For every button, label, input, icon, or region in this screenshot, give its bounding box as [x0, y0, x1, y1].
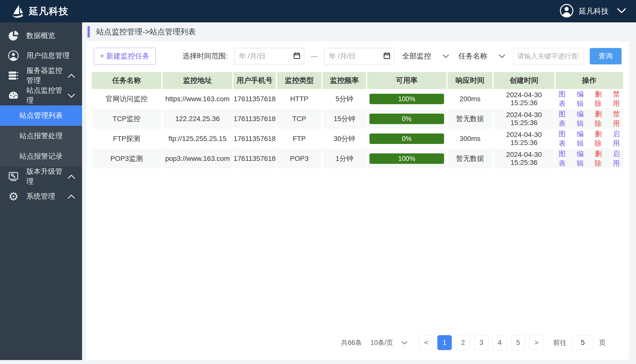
action-disable-link[interactable]: 禁用 [610, 90, 623, 108]
upgrade-icon [7, 170, 20, 182]
total-count: 共66条 [341, 338, 362, 347]
action-delete-link[interactable]: 删除 [592, 149, 605, 168]
column-header: 用户手机号 [234, 72, 276, 89]
column-header: 监控类型 [277, 72, 322, 89]
actions-cell: 图表 编辑 删除 启用 [556, 129, 623, 149]
chevron-down-icon [617, 8, 626, 14]
sidebar-item-user-info[interactable]: 用户信息管理 [0, 46, 82, 66]
created-time-cell: 2024-04-30 15:25:36 [494, 109, 554, 129]
date-range-label: 选择时间范围: [182, 51, 228, 61]
goto-page: 前往 页 [553, 336, 606, 350]
sidebar-item-site-monitor[interactable]: 站点监控管理 [0, 86, 82, 106]
sidebar: 数据概览 用户信息管理 [0, 22, 82, 360]
response-time-cell: 暂无数据 [448, 149, 492, 168]
phone-cell: 17611357618 [234, 89, 276, 109]
actions-cell: 图表 编辑 删除 启用 [556, 149, 623, 168]
action-enable-link[interactable]: 启用 [610, 149, 623, 168]
pagination: 共66条 10条/页 < 1 2 3 4 5 > 前往 页 [86, 335, 629, 360]
new-monitor-task-button[interactable]: + 新建监控任务 [94, 48, 156, 65]
table-row: TCP监控 122.224.25.36 17611357618 TCP 15分钟… [92, 109, 623, 129]
availability-bar: 100% [370, 154, 444, 164]
monitor-type-cell: POP3 [277, 149, 322, 168]
sidebar-item-data-overview[interactable]: 数据概览 [0, 26, 82, 46]
calendar-icon[interactable] [383, 52, 391, 61]
action-chart-link[interactable]: 图表 [556, 149, 569, 168]
sidebar-item-label: 站点监控管理 [26, 86, 66, 106]
availability-cell: 0% [367, 109, 446, 129]
page-size-select[interactable]: 10条/页 [370, 338, 408, 347]
phone-cell: 17611357618 [234, 149, 276, 168]
task-name-cell: 官网访问监控 [92, 89, 161, 109]
gear-icon: ⚙ [7, 190, 20, 202]
action-chart-link[interactable]: 图表 [556, 110, 569, 128]
action-delete-link[interactable]: 删除 [592, 90, 605, 108]
action-delete-link[interactable]: 删除 [592, 110, 605, 128]
submenu-item-site-list[interactable]: 站点管理列表 [0, 106, 82, 126]
action-edit-link[interactable]: 编辑 [573, 129, 587, 148]
action-edit-link[interactable]: 编辑 [573, 90, 587, 108]
action-chart-link[interactable]: 图表 [556, 129, 569, 148]
monitor-address-cell: ftp://125.255.25.15 [162, 129, 232, 149]
response-time-cell: 暂无数据 [448, 109, 492, 129]
action-edit-link[interactable]: 编辑 [573, 110, 587, 128]
task-name-select[interactable]: 任务名称 [457, 51, 507, 61]
availability-cell: 100% [367, 89, 446, 109]
chevron-up-icon [68, 192, 75, 201]
column-header: 可用率 [367, 72, 446, 89]
monitor-table: 任务名称 监控地址 用户手机号 监控类型 监控频率 可用率 响应时间 创建时间 … [92, 72, 623, 168]
actions-cell: 图表 编辑 删除 禁用 [556, 89, 623, 109]
chevron-up-icon [68, 72, 75, 80]
sidebar-item-system-manage[interactable]: ⚙ 系统管理 [0, 186, 82, 206]
goto-page-input[interactable] [572, 336, 594, 350]
action-chart-link[interactable]: 图表 [556, 90, 569, 108]
column-header: 响应时间 [448, 72, 492, 89]
action-edit-link[interactable]: 编辑 [573, 149, 587, 168]
user-menu[interactable]: 延凡科技 [560, 4, 626, 19]
phone-cell: 17611357618 [234, 109, 276, 129]
monitor-address-cell: https://www.163.com [162, 89, 232, 109]
content-card: + 新建监控任务 选择时间范围: [86, 41, 629, 360]
sidebar-item-version-upgrade[interactable]: 版本升级管理 [0, 166, 82, 186]
sailboat-logo-icon [10, 4, 25, 19]
availability-bar: 0% [370, 134, 444, 144]
availability-bar: 0% [370, 114, 444, 124]
brand-title: 延凡科技 [29, 5, 68, 18]
availability-cell: 0% [367, 129, 446, 149]
action-disable-link[interactable]: 禁用 [610, 110, 623, 128]
monitor-type-cell: FTP [277, 129, 322, 149]
monitor-address-cell: pop3://www.163.com [162, 149, 232, 168]
sidebar-item-server-monitor[interactable]: 服务器监控管理 [0, 66, 82, 86]
monitor-type-cell: TCP [277, 109, 322, 129]
monitor-type-cell: HTTP [277, 89, 322, 109]
monitor-type-value: 全部监控 [402, 51, 431, 61]
monitor-address-cell: 122.224.25.36 [162, 109, 232, 129]
chevron-down-icon [68, 92, 75, 100]
monitor-type-select[interactable]: 全部监控 [401, 51, 450, 61]
main-area: 站点监控管理->站点管理列表 + 新建监控任务 选择时间范围: [82, 22, 636, 364]
action-delete-link[interactable]: 删除 [592, 129, 605, 148]
page-button-2[interactable]: 2 [456, 335, 470, 350]
breadcrumb: 站点监控管理->站点管理列表 [96, 26, 196, 37]
content-area: 数据概览 用户信息管理 [0, 22, 636, 364]
prev-page-button[interactable]: < [419, 335, 433, 350]
page-button-3[interactable]: 3 [474, 335, 488, 350]
app-root: 延凡科技 延凡科技 [0, 0, 636, 364]
sidebar-item-label: 版本升级管理 [26, 166, 66, 186]
created-time-cell: 2024-04-30 15:25:36 [494, 129, 554, 149]
gauge-icon [7, 90, 20, 102]
table-row: POP3监测 pop3://www.163.com 17611357618 PO… [92, 149, 623, 168]
submenu-item-alarm-handle[interactable]: 站点报警处理 [0, 126, 82, 146]
next-page-button[interactable]: > [529, 335, 544, 350]
action-enable-link[interactable]: 启用 [610, 129, 623, 148]
page-button-1[interactable]: 1 [437, 335, 452, 350]
page-button-4[interactable]: 4 [492, 335, 507, 350]
submenu-item-alarm-record[interactable]: 站点报警记录 [0, 146, 82, 166]
date-end-field[interactable] [324, 48, 394, 64]
phone-cell: 17611357618 [234, 129, 276, 149]
date-start-field[interactable] [234, 48, 304, 64]
task-name-cell: TCP监控 [92, 109, 161, 129]
page-button-5[interactable]: 5 [511, 335, 525, 350]
search-input[interactable] [513, 48, 583, 64]
query-button[interactable]: 查询 [590, 48, 622, 64]
calendar-icon[interactable] [293, 52, 301, 61]
